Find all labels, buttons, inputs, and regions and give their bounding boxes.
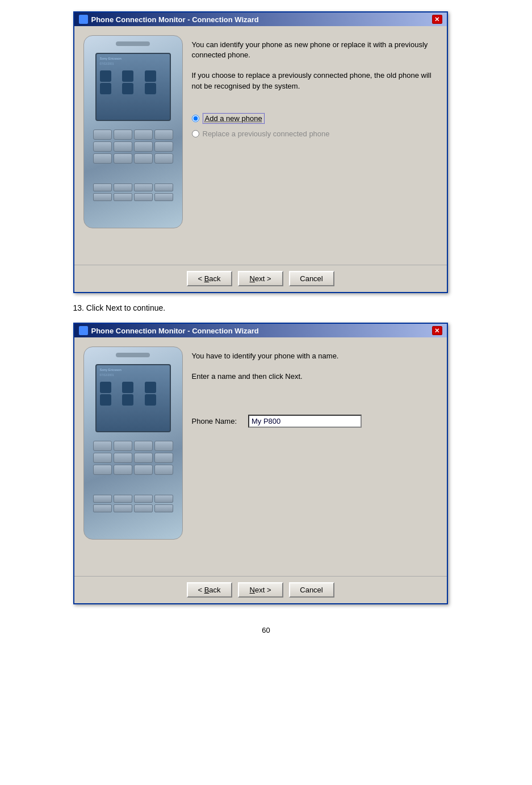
phone-screen-2: Sony Ericsson 07/02/2001	[95, 364, 171, 432]
dialog-2-footer: < Back Next > Cancel	[74, 576, 447, 603]
page-number: 60	[73, 626, 459, 634]
phone-name-row: Phone Name:	[192, 415, 438, 428]
dialog-1-footer: < Back Next > Cancel	[74, 265, 447, 292]
phone-keys-row4	[93, 495, 173, 512]
step-13-text: 13. Click Next to continue.	[73, 303, 166, 312]
dialog-2-titlebar: Phone Connection Monitor - Connection Wi…	[74, 324, 447, 337]
dialog-2-body: Sony Ericsson 07/02/2001	[74, 337, 447, 576]
radio-replace[interactable]	[192, 130, 199, 137]
phone-screen-inner-2: Sony Ericsson 07/02/2001	[97, 365, 170, 408]
phone-brand-2: Sony Ericsson	[100, 368, 166, 372]
radio-add-new-label: Add a new phone	[203, 113, 265, 124]
dialog-2-next-button[interactable]: Next >	[238, 582, 283, 598]
phone-icons-2	[100, 382, 166, 406]
phone-icons-1	[100, 70, 166, 94]
phone-date-2: 07/02/2001	[100, 373, 166, 377]
phone-image-1: Sony Ericsson 07/02/2001	[83, 35, 183, 228]
titlebar-title-2: Phone Connection Monitor - Connection Wi…	[79, 326, 259, 335]
phone-name-label: Phone Name:	[192, 417, 237, 425]
dialog-2-back-button[interactable]: < Back	[187, 582, 232, 598]
radio-replace-label: Replace a previously connected phone	[203, 130, 330, 138]
dialog-2-text-area: You have to identify your phone with a n…	[192, 346, 438, 567]
dialog-2-text1: You have to identify your phone with a n…	[192, 351, 438, 361]
dialog-1-back-button[interactable]: < Back	[187, 271, 232, 286]
dialog-1: Phone Connection Monitor - Connection Wi…	[73, 11, 448, 293]
titlebar-icon-2	[79, 326, 88, 335]
dialog-1-title: Phone Connection Monitor - Connection Wi…	[91, 15, 259, 24]
phone-name-input[interactable]	[248, 415, 362, 428]
back-underline-b2: B	[204, 586, 210, 594]
dialog-2: Phone Connection Monitor - Connection Wi…	[73, 323, 448, 604]
back-underline-b: B	[204, 274, 210, 283]
next-underline-n: N	[250, 274, 255, 283]
phone-screen-1: Sony Ericsson 07/02/2001	[95, 53, 171, 121]
dialog-2-title: Phone Connection Monitor - Connection Wi…	[91, 327, 259, 335]
phone-keys-row3	[93, 441, 173, 475]
dialog-1-cancel-button[interactable]: Cancel	[289, 271, 334, 286]
dialog-1-close-button[interactable]: ✕	[432, 15, 442, 24]
radio-add-new[interactable]	[192, 115, 199, 122]
phone-keys-row2	[93, 183, 173, 201]
dialog-1-radio-group: Add a new phone Replace a previously con…	[192, 113, 438, 138]
phone-keys-row1	[93, 130, 173, 164]
radio-option-add[interactable]: Add a new phone	[192, 113, 438, 124]
radio-option-replace[interactable]: Replace a previously connected phone	[192, 130, 438, 138]
dialog-2-cancel-button[interactable]: Cancel	[289, 582, 334, 598]
dialog-2-close-button[interactable]: ✕	[432, 326, 442, 335]
dialog-1-text1: You can identify your phone as new phone…	[192, 40, 438, 60]
phone-image-2: Sony Ericsson 07/02/2001	[83, 346, 183, 540]
phone-date-1: 07/02/2001	[100, 62, 166, 66]
dialog-1-next-button[interactable]: Next >	[238, 271, 283, 286]
titlebar-icon-1	[79, 15, 88, 24]
dialog-1-titlebar: Phone Connection Monitor - Connection Wi…	[74, 12, 447, 26]
phone-brand-1: Sony Ericsson	[100, 56, 166, 61]
dialog-1-body: Sony Ericsson 07/02/2001	[74, 26, 447, 265]
dialog-1-text2: If you choose to replace a previously co…	[192, 70, 438, 91]
phone-screen-inner-1: Sony Ericsson 07/02/2001	[97, 54, 170, 97]
dialog-2-text2: Enter a name and then click Next.	[192, 371, 438, 382]
dialog-1-text-area: You can identify your phone as new phone…	[192, 35, 438, 256]
titlebar-title-1: Phone Connection Monitor - Connection Wi…	[79, 15, 259, 24]
next-underline-n2: N	[250, 586, 255, 594]
